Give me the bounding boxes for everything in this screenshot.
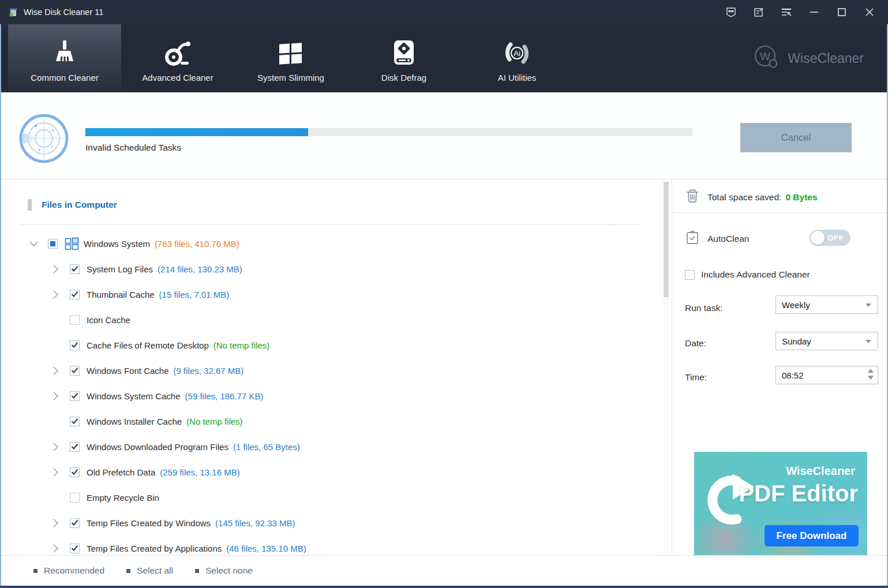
tree-row[interactable]: Temp Files Created by Windows(145 files,… [1, 510, 659, 535]
time-input[interactable]: 08:52 [775, 366, 878, 384]
checkbox-unchecked[interactable] [70, 315, 80, 325]
trash-icon [685, 189, 700, 206]
checkbox-checked[interactable] [70, 366, 80, 376]
tree-item-label: Windows System [84, 239, 150, 249]
tree-item-label: System Log Files [87, 264, 153, 274]
tree-heading: Files in Computer [28, 199, 117, 211]
checkbox-checked[interactable] [70, 442, 80, 452]
run-task-select[interactable]: Weekly [775, 295, 878, 314]
tree-row[interactable]: System Log Files(214 files, 130.23 MB) [1, 256, 659, 282]
checkbox-checked[interactable] [70, 264, 80, 274]
chevron-right-icon[interactable] [51, 442, 61, 452]
radar-icon [18, 113, 69, 166]
nav-item-common-cleaner[interactable]: Common Cleaner [8, 24, 121, 92]
tree-item-detail: (1 files, 65 Bytes) [233, 442, 300, 452]
close-icon[interactable] [856, 0, 883, 24]
checkbox-indeterminate[interactable] [48, 239, 58, 249]
chevron-down-icon [865, 340, 871, 343]
total-space-label: Total space saved: [707, 192, 781, 203]
footer-action-select-none[interactable]: Select none [195, 565, 253, 576]
checkbox-checked[interactable] [70, 340, 80, 350]
chevron-right-icon[interactable] [51, 391, 61, 401]
date-select[interactable]: Sunday [775, 332, 878, 350]
scrollbar-thumb[interactable] [664, 182, 669, 297]
includes-label: Includes Advanced Cleaner [701, 269, 810, 280]
tree-row[interactable]: Windows Font Cache(9 files, 32.67 MB) [1, 358, 659, 383]
app-icon [8, 7, 18, 17]
tree-row[interactable]: Icon Cache [1, 307, 659, 332]
chevron-right-icon[interactable] [51, 264, 61, 274]
footer-action-recommended[interactable]: Recommended [33, 565, 104, 576]
window-title: Wise Disk Cleaner 11 [24, 8, 103, 17]
tree-item-label: Windows Font Cache [87, 366, 169, 376]
tree-row[interactable]: Windows System(763 files, 410.76 MB) [1, 231, 659, 256]
bullet-icon [33, 569, 38, 573]
time-label: Time: [685, 372, 707, 383]
footer-action-label: Recommended [44, 565, 104, 576]
tree-item-detail: (9 files, 32.67 MB) [174, 366, 244, 376]
tree-row[interactable]: Old Prefetch Data(259 files, 13.16 MB) [1, 459, 659, 485]
tree-row[interactable]: Windows System Cache(59 files, 186.77 KB… [1, 383, 659, 409]
tree-row[interactable]: Windows Downloaded Program Files(1 files… [1, 434, 659, 459]
chevron-right-icon[interactable] [51, 366, 61, 376]
includes-row[interactable]: Includes Advanced Cleaner [685, 269, 810, 280]
ad-brand: WiseCleaner [786, 465, 855, 478]
time-spinner[interactable] [868, 369, 874, 380]
chevron-right-icon[interactable] [51, 290, 61, 299]
ad-banner[interactable]: WiseCleaner PDF Editor Free Download [694, 452, 867, 555]
chevron-spacer [51, 315, 61, 325]
chevron-spacer [51, 493, 61, 503]
checkbox-unchecked[interactable] [70, 493, 80, 503]
nav-label: AI Utilities [498, 73, 537, 83]
vacuum-icon [163, 37, 192, 69]
spin-down-icon[interactable] [868, 376, 874, 380]
brand-name: WiseCleaner [788, 51, 864, 66]
minimize-icon[interactable] [800, 0, 828, 24]
spin-up-icon[interactable] [868, 369, 874, 373]
checkbox-checked[interactable] [70, 290, 80, 299]
free-download-button[interactable]: Free Download [765, 525, 859, 546]
tree-item-detail: (763 files, 410.76 MB) [155, 239, 239, 249]
nav-item-system-slimming[interactable]: System Slimming [234, 24, 347, 92]
tree-row[interactable]: Temp Files Created by Applications(46 fi… [1, 535, 659, 555]
bullet-icon [195, 569, 199, 573]
footer-action-select-all[interactable]: Select all [126, 565, 173, 576]
nav-item-disk-defrag[interactable]: Disk Defrag [347, 24, 460, 92]
tree-item-detail: (145 files, 92.33 MB) [215, 518, 295, 528]
chevron-right-icon[interactable] [51, 544, 61, 553]
toggle-knob [811, 231, 825, 245]
includes-checkbox[interactable] [685, 270, 695, 280]
tree-row[interactable]: Empty Recycle Bin [1, 485, 659, 510]
tree-item-label: Empty Recycle Bin [87, 493, 159, 503]
run-task-label: Run task: [685, 303, 722, 313]
chevron-right-icon[interactable] [51, 518, 61, 528]
content: Files in Computer Windows System(763 fil… [1, 179, 887, 555]
tree-row[interactable]: Cache Files of Remote Desktop(No temp fi… [1, 332, 659, 358]
run-task-value: Weekly [782, 300, 810, 310]
checkbox-checked[interactable] [70, 417, 80, 426]
nav-item-advanced-cleaner[interactable]: Advanced Cleaner [121, 24, 234, 92]
chevron-down-icon[interactable] [29, 239, 39, 249]
autoclean-toggle[interactable]: OFF [810, 230, 850, 246]
feedback-icon[interactable] [717, 0, 745, 24]
window-border-left [0, 24, 1, 588]
maximize-icon[interactable] [828, 0, 856, 24]
tasklist-icon[interactable] [773, 0, 800, 24]
checkbox-checked[interactable] [70, 467, 80, 477]
toggle-state: OFF [827, 234, 844, 242]
nav-item-ai-utilities[interactable]: AiAI Utilities [460, 24, 574, 92]
titlebar-buttons [717, 0, 883, 24]
disk-icon [392, 37, 416, 69]
tree-row[interactable]: Thumbnail Cache(15 files, 7.01 MB) [1, 282, 659, 307]
scrollbar-track[interactable] [664, 179, 669, 555]
dashed-divider [20, 224, 639, 225]
notes-icon[interactable] [745, 0, 773, 24]
footer-bar: RecommendedSelect allSelect none [1, 555, 887, 586]
chevron-right-icon[interactable] [51, 467, 61, 477]
checkbox-checked[interactable] [70, 518, 80, 528]
tree-row[interactable]: Windows Installer Cache(No temp files) [1, 409, 659, 434]
checkbox-checked[interactable] [70, 544, 80, 553]
tree-item-label: Temp Files Created by Windows [87, 518, 211, 528]
cancel-button[interactable]: Cancel [740, 123, 852, 152]
checkbox-checked[interactable] [70, 391, 80, 401]
